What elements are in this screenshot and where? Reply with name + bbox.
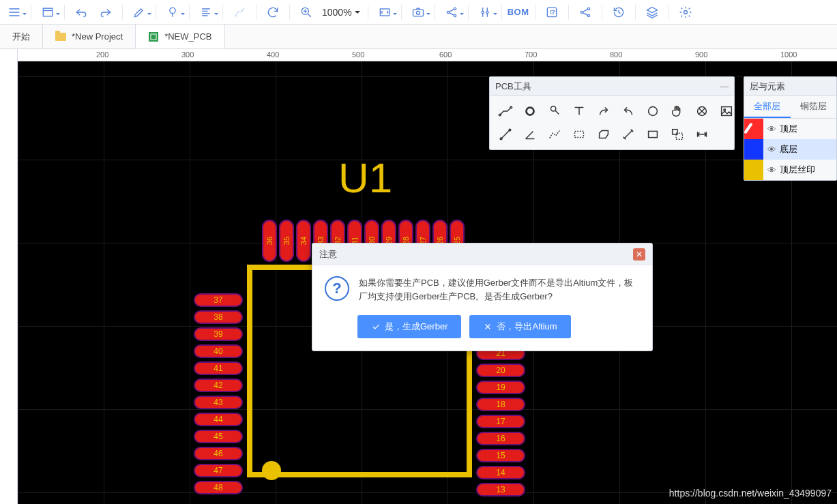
poly-shape-icon[interactable] [592, 123, 615, 145]
pad-number: 19 [496, 383, 505, 392]
layers-titlebar[interactable]: 层与元素 [744, 77, 836, 96]
component-designator: U1 [338, 153, 392, 202]
pad[interactable]: 15 [476, 449, 525, 462]
menu-icon[interactable] [4, 3, 25, 22]
pad[interactable]: 13 [476, 483, 525, 496]
history-icon[interactable] [608, 3, 629, 22]
svg-point-15 [587, 14, 589, 16]
pad[interactable]: 44 [194, 413, 243, 426]
bom-button[interactable]: BOM [508, 3, 529, 22]
circle-icon[interactable] [641, 100, 664, 122]
draw-icon[interactable] [129, 3, 149, 22]
window-icon[interactable] [38, 3, 58, 22]
pad[interactable]: 37 [194, 293, 243, 307]
dialog-titlebar[interactable]: 注意 ✕ [312, 243, 652, 265]
pcb-tools-panel: PCB工具 — [489, 76, 735, 150]
refresh-icon[interactable] [263, 3, 283, 22]
text-icon[interactable] [568, 100, 591, 122]
tools-icon[interactable] [475, 3, 495, 22]
tab-project[interactable]: *New Project [43, 25, 136, 48]
eye-icon[interactable]: 👁 [763, 145, 780, 155]
document-tabs: 开始 *New Project *NEW_PCB [0, 25, 837, 49]
pad[interactable]: 39 [194, 327, 243, 341]
pad[interactable]: 36 [262, 220, 277, 262]
pad-icon[interactable] [518, 100, 542, 122]
yes-generate-gerber-button[interactable]: 是，生成Gerber [357, 315, 461, 338]
pad-number: 15 [496, 451, 505, 460]
align-icon[interactable] [196, 3, 216, 22]
layers-icon[interactable] [642, 3, 662, 22]
image-icon[interactable] [715, 100, 738, 122]
rect-icon[interactable] [641, 123, 664, 145]
arc-ccw-icon[interactable] [617, 100, 640, 122]
polyline-icon[interactable] [543, 123, 566, 145]
pad[interactable]: 18 [476, 398, 525, 411]
pan-icon[interactable] [666, 100, 689, 122]
hruler-tick: 200 [96, 50, 108, 59]
pad-number: 35 [282, 237, 291, 245]
pad[interactable]: 42 [194, 379, 243, 392]
tab-start[interactable]: 开始 [0, 25, 43, 48]
gear-icon[interactable] [675, 3, 696, 22]
connect-icon[interactable] [617, 123, 640, 145]
layers-tab-all[interactable]: 全部层 [744, 96, 791, 118]
svg-point-16 [684, 10, 687, 14]
tab-pcb[interactable]: *NEW_PCB [136, 25, 224, 48]
svg-point-13 [581, 11, 583, 13]
eye-icon[interactable]: 👁 [763, 165, 780, 175]
layer-row-bottom[interactable]: 👁 底层 [744, 139, 836, 160]
pad[interactable]: 17 [476, 415, 525, 428]
layer-row-silk[interactable]: 👁 顶层丝印 [744, 160, 836, 180]
pad[interactable]: 41 [194, 361, 243, 375]
pad[interactable]: 19 [476, 381, 525, 394]
zoom-level[interactable]: 1000% [321, 7, 362, 18]
layer-row-top[interactable]: 👁 顶层 [744, 119, 836, 139]
hruler-tick: 800 [610, 50, 622, 59]
via-tool-icon[interactable] [543, 100, 566, 122]
pad[interactable]: 34 [296, 220, 311, 262]
layers-tab-copper[interactable]: 铜箔层 [791, 96, 837, 118]
fit-icon[interactable] [375, 3, 395, 22]
redo-icon[interactable] [96, 3, 116, 22]
close-icon[interactable]: ✕ [633, 248, 645, 261]
share-icon[interactable] [441, 3, 462, 22]
pad-number: 46 [214, 449, 222, 458]
pad[interactable]: 38 [194, 310, 243, 324]
svg-point-10 [486, 11, 488, 13]
eye-icon[interactable]: 👁 [763, 124, 780, 134]
pcb-tools-titlebar[interactable]: PCB工具 — [490, 77, 734, 96]
pad[interactable]: 40 [194, 344, 243, 358]
pad[interactable]: 46 [194, 447, 243, 460]
export-g-icon[interactable]: G [542, 3, 562, 22]
track-icon[interactable] [494, 100, 517, 122]
pad[interactable]: 48 [194, 481, 243, 494]
pad-number: 38 [214, 312, 222, 322]
minimize-icon[interactable]: — [720, 81, 729, 91]
svg-point-21 [527, 108, 534, 115]
camera-icon[interactable] [408, 3, 428, 22]
line-icon[interactable] [494, 123, 517, 145]
zoom-icon[interactable] [296, 3, 317, 22]
network-icon[interactable] [575, 3, 596, 22]
via-icon[interactable] [162, 3, 183, 22]
pad[interactable]: 43 [194, 396, 243, 409]
region-icon[interactable] [568, 123, 591, 145]
pad-number: 47 [214, 466, 222, 475]
no-export-altium-button[interactable]: 否，导出Altium [469, 315, 570, 338]
undo-icon[interactable] [71, 3, 91, 22]
pad[interactable]: 20 [476, 364, 525, 377]
dimension-icon[interactable] [690, 123, 714, 145]
pcb-icon [148, 31, 159, 42]
pad[interactable]: 47 [194, 464, 243, 477]
angle-icon[interactable] [518, 123, 542, 145]
route-icon[interactable] [229, 3, 250, 22]
dialog-title: 注意 [319, 248, 337, 261]
arc-cw-icon[interactable] [592, 100, 615, 122]
hruler-tick: 700 [525, 50, 537, 59]
pad[interactable]: 45 [194, 430, 243, 443]
keepout-icon[interactable] [690, 100, 714, 122]
pad[interactable]: 35 [279, 220, 294, 262]
pad[interactable]: 16 [476, 432, 525, 445]
pad[interactable]: 14 [476, 466, 525, 479]
group-icon[interactable] [666, 123, 689, 145]
